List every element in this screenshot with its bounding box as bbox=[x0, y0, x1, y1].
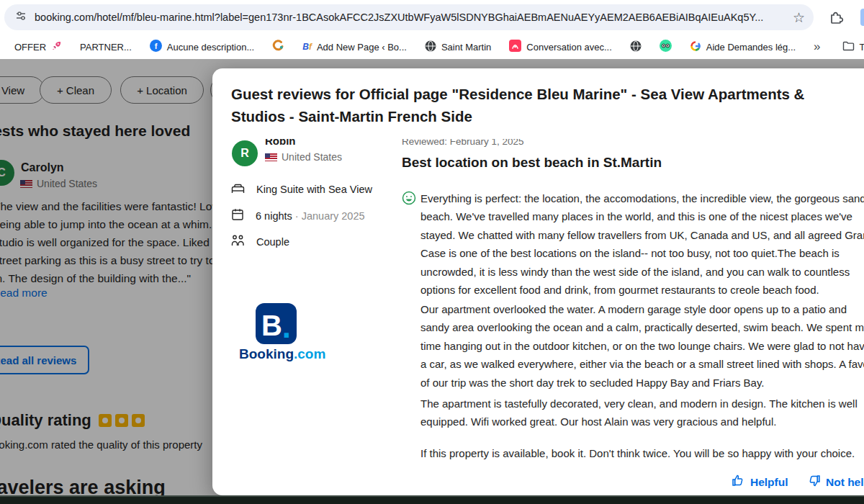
bookmark-label: Conversation avec... bbox=[526, 42, 612, 53]
helpful-button[interactable]: Helpful bbox=[732, 474, 788, 490]
bookmarks-bar: OFFER PARTNER... f Aucune description...… bbox=[0, 35, 864, 59]
bookmark-label: OFFER bbox=[14, 42, 46, 53]
bookmark-add-new-page[interactable]: Bf Add New Page ‹ Bo... bbox=[302, 42, 407, 53]
monkey-icon bbox=[272, 40, 284, 54]
modal-body: R Robin United States King Suite with Se… bbox=[212, 139, 864, 495]
globe-icon bbox=[630, 40, 642, 54]
country-label: United States bbox=[282, 151, 342, 163]
thumbs-down-icon bbox=[807, 474, 821, 490]
stay-length-row: 6 nights · January 2025 bbox=[230, 207, 365, 224]
bookmark-label: Saint Martin bbox=[441, 42, 491, 53]
url-text[interactable]: booking.com/hotel/mf/bleu-marine.html?la… bbox=[35, 12, 786, 23]
booking-logo-text: Booking.com bbox=[239, 346, 325, 362]
bookmark-label: Tou bbox=[860, 42, 864, 53]
profile-avatar-edge[interactable] bbox=[860, 9, 864, 26]
bf-icon: Bf bbox=[302, 42, 312, 52]
review-title: Best location on best beach in St.Martin bbox=[402, 155, 662, 171]
bottom-dark-band bbox=[0, 495, 864, 504]
bed-icon bbox=[230, 181, 246, 197]
bookmark-conversation[interactable]: Conversation avec... bbox=[509, 40, 612, 54]
bookmark-partner[interactable]: PARTNER... bbox=[80, 42, 132, 53]
svg-text:f: f bbox=[155, 42, 158, 50]
tripadvisor-icon bbox=[660, 40, 672, 54]
bookmark-facebook[interactable]: f Aucune description... bbox=[150, 40, 254, 54]
review-paragraph: The apartment is tastefully decorated, v… bbox=[420, 395, 858, 431]
review-date: Reviewed: February 1, 2025 bbox=[402, 139, 524, 147]
couple-icon bbox=[230, 233, 246, 250]
bookmark-globe2[interactable] bbox=[630, 40, 642, 54]
bookmark-saint-martin[interactable]: Saint Martin bbox=[425, 40, 491, 54]
thumbs-up-icon bbox=[732, 474, 745, 490]
review-paragraph: Our apartment overlooked the water. A mo… bbox=[420, 300, 864, 392]
extensions-icon[interactable] bbox=[828, 9, 844, 25]
reviewer-name: Robin bbox=[265, 139, 296, 147]
us-flag-icon bbox=[265, 153, 277, 161]
bookmark-star-icon[interactable]: ☆ bbox=[793, 11, 805, 24]
bookmark-label: Aide Demandes lég... bbox=[706, 42, 796, 53]
globe-icon bbox=[425, 40, 436, 54]
facebook-icon: f bbox=[150, 40, 162, 54]
not-helpful-label: Not helpful bbox=[826, 476, 864, 489]
bookmark-monkey[interactable] bbox=[272, 40, 284, 54]
rocket-icon bbox=[51, 40, 62, 53]
modal-title: Guest reviews for Official page "Residen… bbox=[212, 68, 864, 127]
airbnb-icon bbox=[509, 40, 521, 54]
folder-icon bbox=[842, 40, 855, 53]
calendar-icon bbox=[230, 207, 245, 224]
screen: booking.com/hotel/mf/bleu-marine.html?la… bbox=[0, 0, 864, 504]
review-paragraph: Everything is perfect: the location, the… bbox=[420, 189, 864, 299]
all-bookmarks-folder[interactable]: Tou bbox=[842, 40, 864, 53]
stay-length-label: 6 nights · January 2025 bbox=[256, 210, 365, 222]
guest-reviews-modal: Guest reviews for Official page "Residen… bbox=[212, 68, 864, 495]
bookmark-tripadvisor[interactable] bbox=[660, 40, 672, 54]
travel-group-row: Couple bbox=[230, 233, 289, 250]
browser-toolbar: booking.com/hotel/mf/bleu-marine.html?la… bbox=[0, 0, 864, 35]
google-icon bbox=[690, 40, 701, 54]
bookmark-label: Add New Page ‹ Bo... bbox=[317, 42, 407, 53]
booking-logo-icon: B. bbox=[256, 303, 297, 344]
helpful-label: Helpful bbox=[750, 476, 788, 489]
bookmark-aide[interactable]: Aide Demandes lég... bbox=[690, 40, 796, 54]
travel-group-label: Couple bbox=[256, 236, 289, 248]
bookmark-offer[interactable]: OFFER bbox=[14, 40, 62, 53]
address-bar[interactable]: booking.com/hotel/mf/bleu-marine.html?la… bbox=[4, 4, 814, 30]
site-settings-icon[interactable] bbox=[14, 9, 27, 25]
bookmarks-overflow-icon[interactable]: » bbox=[814, 40, 820, 54]
room-type-row: King Suite with Sea View bbox=[230, 181, 372, 197]
bookmark-label: Aucune description... bbox=[167, 42, 254, 53]
not-helpful-button[interactable]: Not helpful bbox=[807, 474, 864, 490]
room-type-label: King Suite with Sea View bbox=[256, 184, 372, 195]
bookmark-label: PARTNER... bbox=[80, 42, 132, 53]
positive-smiley-icon bbox=[402, 191, 416, 208]
avatar: R bbox=[232, 140, 258, 166]
review-paragraph: If this property is available, book it. … bbox=[420, 444, 855, 462]
reviewer-country: United States bbox=[265, 151, 342, 163]
